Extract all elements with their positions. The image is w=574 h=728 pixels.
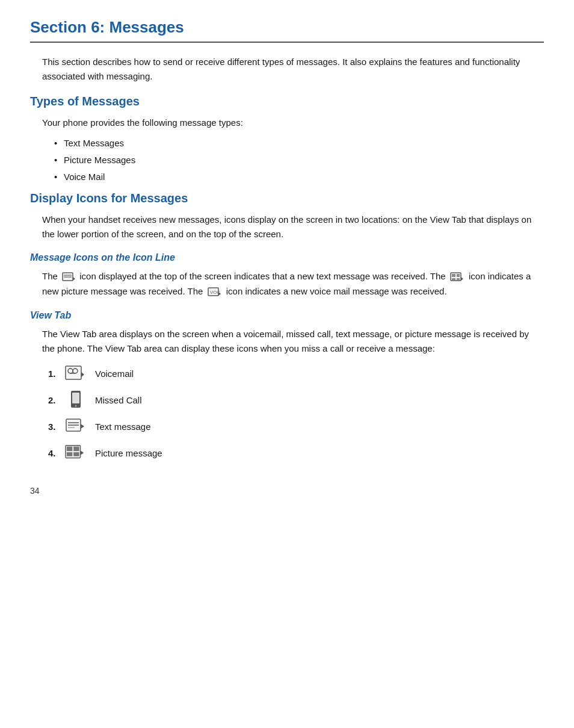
svg-marker-9 (461, 277, 463, 281)
numbered-item-voicemail: 1. Voicemail (48, 364, 544, 382)
svg-rect-5 (452, 274, 455, 277)
inline-picture-message-icon (450, 270, 464, 284)
inline-voicemail-icon: VOC (208, 285, 222, 299)
icon-line-description: The icon displayed at the top of the scr… (42, 269, 544, 299)
voicemail-icon (65, 365, 87, 382)
voicemail-label: Voicemail (95, 369, 134, 379)
svg-rect-8 (457, 278, 460, 280)
numbered-icons-list: 1. Voicemail 2. Missed Call 3. (48, 364, 544, 462)
types-of-messages-heading: Types of Messages (30, 95, 544, 108)
intro-paragraph: This section describes how to send or re… (42, 55, 544, 84)
svg-point-20 (75, 405, 77, 407)
svg-rect-30 (73, 452, 79, 456)
svg-marker-3 (73, 277, 75, 281)
view-tab-subheading: View Tab (30, 310, 544, 321)
item-number-4: 4. (48, 448, 65, 458)
types-intro-text: Your phone provides the following messag… (42, 116, 544, 130)
list-item: Text Messages (54, 136, 544, 151)
display-icons-heading: Display Icons for Messages (30, 191, 544, 205)
item-number-1: 1. (48, 369, 65, 379)
svg-rect-6 (457, 274, 460, 277)
numbered-item-picture-message: 4. Picture message (48, 444, 544, 462)
svg-rect-27 (67, 447, 72, 452)
message-types-list: Text Messages Picture Messages Voice Mai… (54, 136, 544, 184)
picture-message-icon-container (65, 444, 87, 462)
display-intro-text: When your handset receives new messages,… (42, 213, 544, 241)
svg-rect-28 (73, 447, 79, 452)
page-number: 34 (30, 486, 544, 496)
numbered-item-missed-call: 2. Missed Call (48, 391, 544, 409)
view-tab-description: The View Tab area displays on the screen… (42, 327, 544, 356)
missed-call-icon (70, 391, 82, 409)
list-item: Voice Mail (54, 170, 544, 184)
voicemail-icon-container (65, 364, 87, 382)
icon-line-text-before1: The (42, 271, 58, 281)
svg-marker-25 (81, 424, 84, 429)
svg-rect-19 (72, 393, 79, 403)
missed-call-label: Missed Call (95, 395, 142, 405)
svg-rect-7 (452, 278, 455, 280)
list-item: Picture Messages (54, 153, 544, 167)
text-message-icon-container (65, 417, 87, 435)
item-number-3: 3. (48, 422, 65, 432)
text-message-label: Text message (95, 422, 151, 432)
missed-call-icon-container (65, 391, 87, 409)
section-header: Section 6: Messages (30, 18, 544, 43)
message-icons-subheading: Message Icons on the Icon Line (30, 252, 544, 263)
svg-marker-31 (81, 450, 84, 455)
text-message-icon (66, 418, 86, 434)
svg-rect-29 (67, 452, 72, 456)
picture-message-label: Picture message (95, 448, 162, 458)
icon-line-text-after1: icon displayed at the top of the screen … (79, 271, 445, 281)
inline-text-message-icon (62, 270, 75, 284)
item-number-2: 2. (48, 395, 65, 405)
svg-marker-17 (81, 372, 84, 377)
picture-message-icon (65, 444, 87, 461)
icon-line-text-after3: icon indicates a new voice mail message … (226, 286, 447, 296)
numbered-item-text-message: 3. Text message (48, 417, 544, 435)
